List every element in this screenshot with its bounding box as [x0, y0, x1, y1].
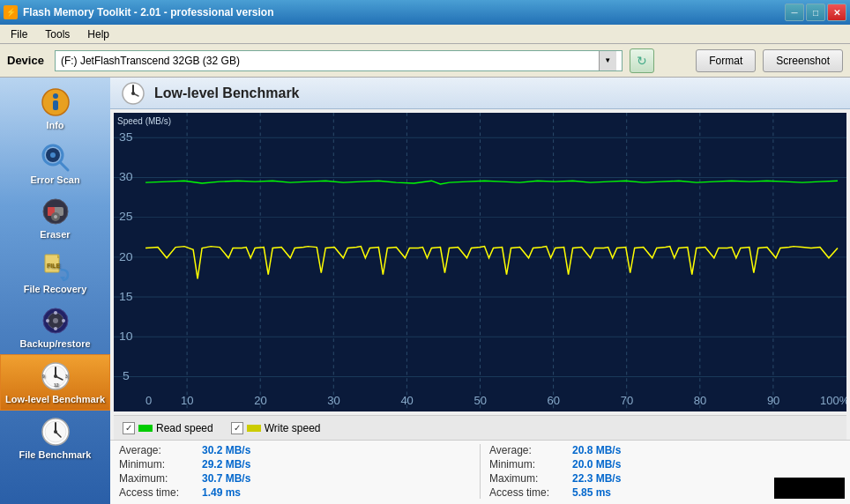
refresh-button[interactable]: ↻ [630, 48, 654, 73]
write-minimum-label: Minimum: [489, 458, 569, 471]
read-minimum-row: Minimum: 29.2 MB/s [119, 458, 471, 471]
svg-point-20 [54, 327, 57, 330]
device-bar: Device (F:) JetFlashTranscend 32GB (32 G… [0, 44, 850, 78]
write-minimum-value: 20.0 MB/s [572, 458, 621, 471]
menu-tools[interactable]: Tools [38, 26, 77, 42]
svg-text:30: 30 [327, 396, 339, 408]
y-axis-label: Speed (MB/s) [117, 116, 171, 126]
svg-text:9: 9 [42, 374, 45, 379]
sidebar-label-info: Info [46, 120, 63, 130]
write-speed-color [247, 425, 261, 432]
svg-point-21 [46, 319, 49, 322]
write-average-value: 20.8 MB/s [572, 444, 621, 456]
write-average-row: Average: 20.8 MB/s [489, 444, 841, 456]
svg-point-35 [54, 430, 57, 434]
svg-text:50: 50 [473, 396, 486, 408]
svg-rect-2 [53, 100, 58, 110]
device-dropdown-arrow[interactable]: ▼ [599, 51, 616, 70]
benchmark-header-icon [121, 81, 145, 106]
title-bar: ⚡ Flash Memory Toolkit - 2.01 - professi… [0, 0, 850, 25]
read-access-time-label: Access time: [119, 486, 198, 499]
benchmark-header: Low-level Benchmark [110, 78, 850, 109]
menu-help[interactable]: Help [80, 26, 116, 42]
svg-text:30: 30 [119, 171, 133, 184]
svg-point-22 [62, 319, 65, 322]
svg-text:100%: 100% [820, 396, 846, 408]
menu-file[interactable]: File [4, 26, 34, 42]
svg-point-5 [50, 152, 56, 158]
svg-text:70: 70 [621, 396, 633, 408]
svg-point-1 [53, 93, 58, 99]
sidebar-item-error-scan[interactable]: Error Scan [0, 136, 110, 190]
svg-text:35: 35 [119, 130, 133, 144]
title-left: ⚡ Flash Memory Toolkit - 2.01 - professi… [4, 5, 274, 19]
sidebar-item-file-recovery[interactable]: FILE File Recovery [0, 245, 110, 300]
svg-point-19 [54, 311, 57, 315]
title-controls[interactable]: ─ □ ✕ [785, 4, 846, 21]
sidebar-label-file-benchmark: File Benchmark [19, 449, 92, 460]
sidebar-label-backup-restore: Backup/restore [19, 338, 90, 349]
chart-legend: Read speed Write speed [114, 415, 846, 440]
maximize-button[interactable]: □ [806, 4, 825, 21]
sidebar-item-eraser[interactable]: Eraser [0, 190, 110, 245]
write-speed-label: Write speed [265, 422, 321, 434]
chart-container: Speed (MB/s) [114, 113, 846, 411]
benchmark-title: Low-level Benchmark [154, 85, 300, 101]
backup-icon [38, 305, 73, 337]
svg-text:20: 20 [119, 250, 133, 263]
eraser-icon [38, 196, 73, 227]
read-maximum-value: 30.7 MB/s [202, 472, 250, 485]
minimize-button[interactable]: ─ [785, 4, 804, 21]
svg-point-27 [54, 374, 57, 378]
svg-text:40: 40 [400, 396, 413, 408]
sidebar-item-file-benchmark[interactable]: File Benchmark [0, 411, 110, 465]
device-label: Device [7, 54, 44, 67]
svg-text:12: 12 [54, 382, 59, 388]
device-value: (F:) JetFlashTranscend 32GB (32 GB) [61, 55, 599, 67]
stats-divider [480, 444, 481, 499]
svg-text:5: 5 [123, 370, 130, 383]
device-select-box[interactable]: (F:) JetFlashTranscend 32GB (32 GB) ▼ [55, 50, 623, 71]
read-speed-color [138, 425, 153, 432]
svg-text:90: 90 [767, 396, 779, 408]
read-speed-checkbox[interactable] [123, 422, 135, 434]
read-minimum-value: 29.2 MB/s [202, 458, 250, 471]
sidebar-item-backup-restore[interactable]: Backup/restore [0, 300, 110, 354]
format-button[interactable]: Format [696, 49, 756, 72]
read-maximum-label: Maximum: [119, 472, 198, 485]
menu-bar: File Tools Help [0, 25, 850, 44]
stats-area: Average: 30.2 MB/s Minimum: 29.2 MB/s Ma… [110, 440, 850, 504]
write-access-time-label: Access time: [489, 486, 569, 499]
write-speed-checkbox[interactable] [231, 422, 243, 434]
svg-text:10: 10 [181, 396, 193, 408]
sidebar: Info Error Scan Eraser [0, 78, 110, 504]
svg-point-39 [131, 92, 135, 95]
svg-text:20: 20 [254, 396, 266, 408]
svg-text:15: 15 [119, 290, 133, 303]
file-recovery-icon: FILE [38, 250, 73, 282]
app-icon: ⚡ [4, 5, 18, 19]
read-maximum-row: Maximum: 30.7 MB/s [119, 472, 471, 485]
content-area: Low-level Benchmark Speed (MB/s) [110, 78, 850, 504]
low-level-benchmark-icon: 12 9 3 [38, 360, 73, 392]
svg-point-11 [54, 215, 57, 219]
write-maximum-label: Maximum: [489, 472, 569, 485]
svg-text:80: 80 [694, 396, 706, 408]
benchmark-chart: 35 30 25 20 15 10 5 0 10 20 30 40 50 60 … [114, 113, 846, 411]
read-average-value: 30.2 MB/s [202, 444, 250, 456]
svg-point-18 [53, 318, 58, 323]
close-button[interactable]: ✕ [827, 4, 846, 21]
sidebar-item-low-level-benchmark[interactable]: 12 9 3 Low-level Benchmark [0, 354, 110, 411]
write-speed-legend: Write speed [231, 422, 321, 434]
screenshot-button[interactable]: Screenshot [763, 49, 843, 72]
sidebar-label-error-scan: Error Scan [30, 174, 79, 185]
window-title: Flash Memory Toolkit - 2.01 - profession… [23, 6, 274, 19]
black-box [774, 478, 845, 499]
main-area: Info Error Scan Eraser [0, 78, 850, 504]
write-minimum-row: Minimum: 20.0 MB/s [489, 458, 841, 471]
sidebar-item-info[interactable]: Info [0, 81, 110, 136]
write-access-time-value: 5.85 ms [572, 486, 611, 499]
svg-text:10: 10 [119, 330, 133, 343]
svg-text:25: 25 [119, 211, 133, 224]
read-speed-legend: Read speed [123, 422, 213, 434]
